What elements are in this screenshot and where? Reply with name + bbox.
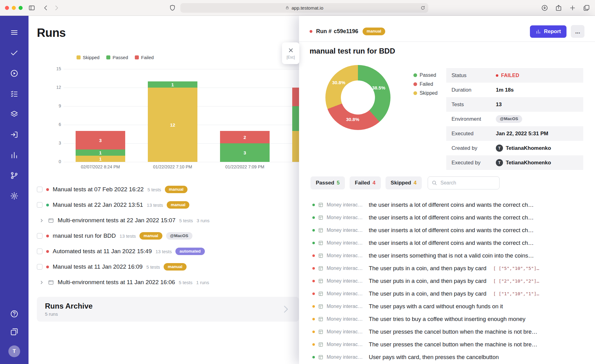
content-blocker-shield-icon[interactable]: [169, 4, 176, 11]
run-id: c59e1196: [334, 28, 358, 35]
close-run-panel-button[interactable]: [Esc]: [282, 42, 299, 64]
test-row[interactable]: Money interac… the user inserts a lot of…: [299, 198, 595, 211]
run-checkbox[interactable]: [37, 264, 42, 270]
runs-archive[interactable]: Runs Archive 5 runs: [37, 297, 299, 322]
filter-failed-button[interactable]: Failed 4: [350, 176, 381, 189]
test-row[interactable]: Money interac… The user puts in a coin, …: [299, 287, 595, 300]
filter-passed-button[interactable]: Passed 5: [311, 176, 345, 189]
run-status-dot: [46, 188, 49, 191]
donut-label-failed: 30.8%: [346, 117, 359, 122]
sidebar-check-button[interactable]: [10, 49, 19, 57]
run-runs-count: 1 runs: [196, 280, 209, 285]
more-options-button[interactable]: ...: [571, 25, 584, 38]
test-row[interactable]: Money interac… User pays with card, then…: [299, 351, 595, 363]
bar-column: 113: [76, 69, 125, 162]
test-row[interactable]: Money interac… The user presses the canc…: [299, 325, 595, 338]
help-icon: [10, 314, 19, 319]
run-title: manual test run for BDD: [53, 232, 116, 239]
sidebar-git-branch-button[interactable]: [10, 171, 19, 180]
sidebar-task-list-button[interactable]: [10, 89, 19, 98]
test-status-dot: [312, 292, 315, 295]
tab-overview-icon[interactable]: [583, 4, 590, 11]
test-row[interactable]: Money interac… the user inserts somethin…: [299, 249, 595, 262]
result-filters: Passed 5 Failed 4 Skipped 4: [311, 176, 500, 189]
run-checkbox[interactable]: [37, 249, 42, 254]
run-row[interactable]: Manual tests at 22 Jan 2022 13:51 13 tes…: [37, 197, 299, 213]
refresh-icon[interactable]: [420, 5, 425, 11]
user-avatar[interactable]: T: [8, 345, 20, 357]
expand-icon[interactable]: [39, 218, 44, 223]
back-icon[interactable]: [42, 4, 49, 11]
run-row[interactable]: Automated tests at 11 Jan 2022 15:49 13 …: [37, 244, 299, 259]
import-icon: [10, 135, 19, 140]
test-row[interactable]: Money interac… The user puts in a coin, …: [299, 275, 595, 287]
bar-segment-passed: 1: [76, 150, 125, 156]
share-icon[interactable]: [555, 4, 562, 11]
test-row[interactable]: Money interac… the user inserts a lot of…: [299, 236, 595, 249]
zoom-window-button[interactable]: [19, 6, 23, 10]
test-status-dot: [312, 343, 315, 346]
environment-badge: @MacOS: [496, 115, 522, 123]
gear-icon: [10, 196, 19, 201]
run-group-row[interactable]: Multi-environment tests at 22 Jan 2022 1…: [37, 213, 299, 228]
run-checkbox[interactable]: [37, 187, 42, 192]
legend-item-failed: Failed: [135, 55, 154, 60]
new-tab-icon[interactable]: [569, 4, 576, 11]
sidebar-import-button[interactable]: [10, 130, 19, 139]
report-button[interactable]: Report: [530, 25, 566, 38]
close-window-button[interactable]: [5, 6, 9, 10]
search-box: [428, 176, 500, 189]
bar-segment-failed: 2: [220, 131, 270, 143]
run-detail-panel: Run # c59e1196 manual Report ... manual …: [299, 16, 595, 364]
expand-icon[interactable]: [39, 280, 44, 285]
test-row[interactable]: Money interac… The user pays with a card…: [299, 300, 595, 313]
sidebar-projects-button[interactable]: [10, 327, 19, 336]
sidebar-help-button[interactable]: [10, 310, 19, 318]
window-icon: [48, 280, 54, 285]
downloads-icon[interactable]: [541, 4, 548, 11]
test-row[interactable]: Money interac… the user inserts a lot of…: [299, 211, 595, 224]
minimize-window-button[interactable]: [12, 6, 16, 10]
run-group-row[interactable]: Multi-environment tests at 11 Jan 2022 1…: [37, 275, 299, 290]
test-status-dot: [312, 254, 315, 257]
donut-hole: [341, 80, 375, 115]
bar-segment-failed: 3: [76, 131, 125, 150]
forward-icon[interactable]: [53, 4, 60, 11]
sidebar-gear-button[interactable]: [10, 192, 19, 200]
scenario-icon: [318, 202, 324, 208]
info-row-tests: Tests 13: [446, 97, 583, 112]
test-title: The user puts in a coin, and then pays b…: [369, 278, 486, 284]
url-bar[interactable]: app.testomat.io: [180, 3, 428, 13]
browser-chrome: app.testomat.io: [0, 0, 595, 16]
info-value: 13: [496, 102, 502, 108]
test-row[interactable]: Money interac… The user presses the canc…: [299, 338, 595, 351]
run-checkbox[interactable]: [37, 233, 42, 239]
test-title: the user inserts a lot of different coin…: [369, 240, 534, 246]
test-row[interactable]: Money interac… the user inserts a lot of…: [299, 224, 595, 236]
run-checkbox[interactable]: [37, 202, 42, 208]
sidebar-bar-chart-button[interactable]: [10, 151, 19, 159]
layers-icon: [10, 114, 19, 119]
bar-segment-skipped: 5: [292, 131, 299, 162]
info-label: Executed by: [452, 160, 496, 166]
browser-sidebar-toggle-icon[interactable]: [28, 4, 35, 11]
sidebar-menu-button[interactable]: [10, 28, 19, 37]
scenario-icon: [318, 304, 324, 309]
scenario-icon: [318, 240, 324, 246]
run-row[interactable]: Manual tests at 07 Feb 2022 16:22 5 test…: [37, 182, 299, 197]
sidebar-layers-button[interactable]: [10, 110, 19, 119]
y-tick-label: 6: [41, 122, 61, 127]
task-list-icon: [10, 94, 19, 99]
run-row[interactable]: Manual tests at 11 Jan 2022 16:09 5 test…: [37, 259, 299, 275]
scenario-icon: [318, 253, 324, 258]
test-row[interactable]: Money interac… The user puts in a coin, …: [299, 262, 595, 275]
sidebar-play-circle-button[interactable]: [10, 69, 19, 78]
run-row[interactable]: manual test run for BDD 13 tests manual@…: [37, 228, 299, 244]
y-tick-label: 0: [41, 159, 61, 164]
search-input[interactable]: [428, 176, 500, 189]
window-controls: [5, 6, 23, 10]
filter-skipped-button[interactable]: Skipped 4: [386, 176, 422, 189]
scenario-icon: [318, 215, 324, 220]
test-row[interactable]: Money interac… The user tries to buy a c…: [299, 313, 595, 325]
test-results-list: Money interac… the user inserts a lot of…: [299, 198, 595, 364]
